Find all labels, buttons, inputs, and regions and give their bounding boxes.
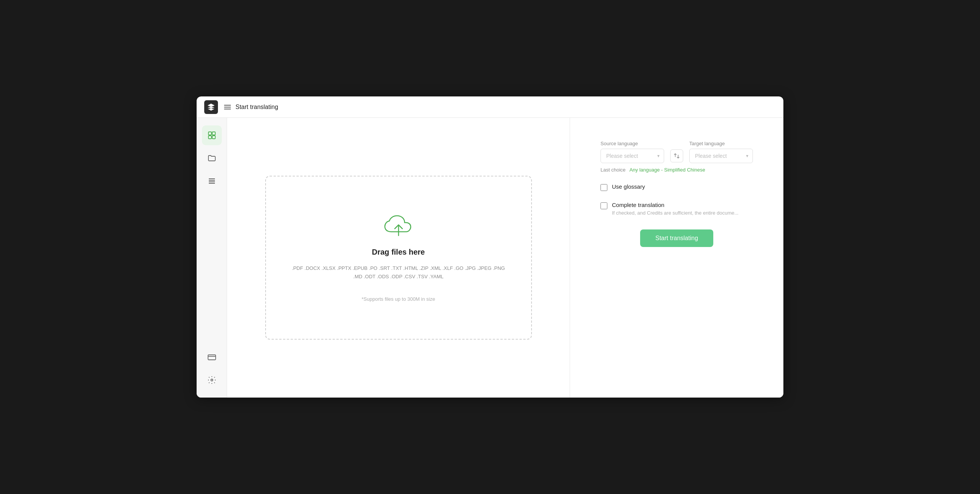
swap-icon — [673, 152, 680, 159]
target-language-label: Target language — [689, 141, 753, 146]
swap-languages-button[interactable] — [670, 149, 683, 162]
folder-icon — [207, 154, 216, 163]
app-logo — [204, 100, 218, 114]
svg-rect-1 — [212, 132, 215, 135]
svg-rect-3 — [212, 136, 215, 139]
last-choice-link[interactable]: Any language - Simplified Chinese — [629, 167, 705, 173]
logo-icon — [207, 103, 215, 111]
complete-translation-label[interactable]: Complete translation — [612, 202, 665, 208]
sidebar-item-billing[interactable] — [202, 347, 222, 367]
settings-icon — [207, 375, 216, 385]
language-section: Source language Please select English Ch… — [600, 141, 753, 173]
cloud-upload-icon — [383, 213, 414, 240]
last-choice-row: Last choice Any language - Simplified Ch… — [600, 167, 753, 173]
drag-title: Drag files here — [372, 248, 425, 257]
complete-translation-checkbox[interactable] — [600, 202, 607, 209]
upload-dropzone[interactable]: Drag files here .PDF .DOCX .XLSX .PPTX .… — [265, 176, 532, 340]
complete-translation-desc: If checked, and Credits are sufficient, … — [612, 210, 738, 216]
billing-icon — [207, 353, 216, 362]
drag-formats: .PDF .DOCX .XLSX .PPTX .EPUB .PO .SRT .T… — [292, 264, 505, 281]
use-glossary-checkbox[interactable] — [600, 184, 607, 191]
settings-panel: Source language Please select English Ch… — [570, 118, 783, 398]
app-window: Start translating — [197, 96, 783, 398]
target-language-field: Target language Please select Simplified… — [689, 141, 753, 163]
sidebar-item-list[interactable] — [202, 171, 222, 191]
target-language-select[interactable]: Please select Simplified Chinese English… — [689, 149, 753, 163]
title-bar: Start translating — [197, 96, 783, 118]
main-layout: Drag files here .PDF .DOCX .XLSX .PPTX .… — [197, 118, 783, 398]
sidebar-item-translate[interactable] — [202, 125, 222, 145]
translate-icon — [207, 131, 216, 140]
drag-size-note: *Supports files up to 300M in size — [362, 296, 435, 302]
svg-point-10 — [211, 379, 213, 381]
start-translating-button[interactable]: Start translating — [640, 229, 713, 247]
last-choice-prefix: Last choice — [600, 167, 626, 173]
source-language-field: Source language Please select English Ch… — [600, 141, 664, 163]
list-icon — [207, 176, 216, 186]
source-language-select[interactable]: Please select English Chinese French Ger… — [600, 149, 664, 163]
language-selectors-row: Source language Please select English Ch… — [600, 141, 753, 163]
content-area: Drag files here .PDF .DOCX .XLSX .PPTX .… — [227, 118, 783, 398]
complete-translation-row: Complete translation If checked, and Cre… — [600, 202, 753, 216]
sidebar-item-folder[interactable] — [202, 148, 222, 168]
sidebar-item-settings[interactable] — [202, 370, 222, 390]
source-language-select-wrapper: Please select English Chinese French Ger… — [600, 149, 664, 163]
source-language-label: Source language — [600, 141, 664, 146]
sidebar — [197, 118, 227, 398]
upload-icon-wrap — [383, 213, 414, 240]
complete-translation-content: Complete translation If checked, and Cre… — [612, 202, 738, 216]
target-language-select-wrapper: Please select Simplified Chinese English… — [689, 149, 753, 163]
use-glossary-row: Use glossary — [600, 183, 753, 191]
svg-rect-2 — [208, 136, 211, 139]
hamburger-button[interactable] — [224, 105, 231, 109]
svg-rect-0 — [208, 132, 211, 135]
upload-panel: Drag files here .PDF .DOCX .XLSX .PPTX .… — [227, 118, 570, 398]
use-glossary-label[interactable]: Use glossary — [612, 183, 645, 190]
page-title: Start translating — [235, 104, 278, 111]
svg-rect-8 — [208, 355, 216, 360]
